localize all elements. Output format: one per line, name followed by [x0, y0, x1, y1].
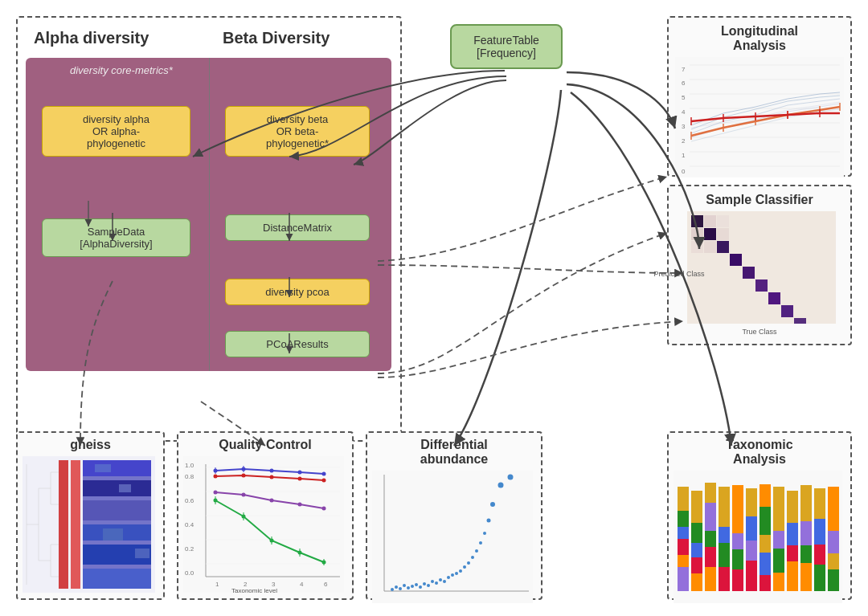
svg-text:0.6: 0.6 — [185, 497, 194, 504]
svg-rect-162 — [705, 483, 716, 503]
longitudinal-chart: 0 1 2 3 4 5 6 7 — [675, 57, 844, 177]
feature-table-text: FeatureTable[Frequency] — [460, 34, 553, 59]
svg-rect-67 — [103, 528, 123, 541]
taxonomic-title: TaxonomicAnalysis — [674, 438, 845, 467]
alpha-green-text: SampleData[AlphaDiversity] — [80, 226, 152, 250]
svg-point-103 — [270, 499, 274, 503]
svg-point-141 — [479, 541, 482, 545]
svg-rect-60 — [83, 480, 151, 496]
svg-point-91 — [270, 469, 274, 473]
svg-rect-163 — [705, 503, 716, 531]
sample-classifier-title: Sample Classifier — [675, 193, 844, 207]
differential-title: Differentialabundance — [372, 438, 536, 467]
svg-rect-156 — [691, 491, 702, 523]
svg-text:0: 0 — [682, 168, 686, 175]
svg-rect-32 — [730, 254, 742, 266]
svg-rect-150 — [678, 511, 689, 527]
svg-point-132 — [443, 580, 446, 583]
svg-point-135 — [455, 572, 458, 575]
svg-rect-59 — [83, 460, 151, 476]
longitudinal-box: LongitudinalAnalysis 0 1 2 3 4 5 6 7 — [667, 16, 852, 177]
svg-text:1.0: 1.0 — [185, 462, 194, 469]
svg-point-143 — [487, 519, 491, 523]
svg-point-100 — [322, 479, 326, 483]
svg-rect-206 — [814, 545, 825, 565]
svg-rect-211 — [828, 553, 839, 569]
sample-classifier-box: Sample Classifier Predicted Class — [667, 185, 852, 345]
svg-rect-35 — [768, 292, 780, 304]
differential-chart — [372, 471, 533, 603]
svg-point-130 — [435, 581, 438, 585]
svg-rect-34 — [755, 279, 768, 292]
svg-point-137 — [463, 565, 466, 569]
svg-point-145 — [498, 483, 504, 488]
feature-table-box: FeatureTable[Frequency] — [450, 24, 563, 69]
svg-text:4: 4 — [682, 108, 686, 116]
svg-rect-37 — [794, 318, 806, 324]
svg-point-140 — [475, 549, 478, 553]
distance-matrix-box: DistanceMatrix — [225, 214, 370, 241]
svg-text:4: 4 — [300, 581, 304, 588]
svg-text:6: 6 — [324, 581, 328, 588]
svg-text:6: 6 — [682, 80, 686, 87]
svg-rect-197 — [787, 561, 798, 591]
svg-rect-185 — [760, 535, 771, 553]
svg-point-128 — [427, 584, 430, 587]
svg-rect-212 — [828, 569, 839, 591]
gneiss-chart — [23, 456, 155, 593]
svg-rect-164 — [705, 531, 716, 547]
svg-rect-64 — [83, 569, 151, 589]
svg-point-104 — [298, 503, 302, 507]
svg-point-121 — [399, 587, 402, 590]
svg-rect-36 — [781, 305, 793, 317]
classifier-matrix-svg — [687, 211, 836, 324]
svg-text:1: 1 — [682, 152, 686, 159]
svg-rect-179 — [746, 516, 757, 541]
svg-point-125 — [415, 583, 418, 586]
svg-rect-174 — [732, 533, 743, 549]
svg-rect-183 — [760, 484, 771, 507]
svg-rect-153 — [678, 555, 689, 567]
svg-rect-169 — [719, 527, 730, 543]
svg-rect-151 — [678, 527, 689, 539]
svg-point-126 — [419, 585, 422, 589]
svg-point-97 — [242, 474, 246, 478]
svg-rect-210 — [828, 531, 839, 553]
core-metrics-text: diversity core-metrics* — [70, 64, 173, 76]
taxonomic-analysis-box: TaxonomicAnalysis — [667, 431, 852, 600]
longitudinal-title: LongitudinalAnalysis — [675, 24, 844, 53]
svg-point-99 — [298, 477, 302, 481]
svg-text:0.0: 0.0 — [185, 569, 194, 577]
svg-rect-195 — [787, 523, 798, 545]
svg-rect-191 — [773, 549, 784, 573]
gneiss-title: gneiss — [23, 438, 158, 452]
svg-point-122 — [403, 584, 406, 587]
quality-control-title: Quality Control — [183, 438, 347, 452]
beta-yellow-box: diversity betaOR beta-phylogenetic* — [225, 106, 370, 157]
svg-point-146 — [508, 475, 514, 480]
svg-rect-178 — [746, 488, 757, 516]
svg-point-101 — [214, 491, 218, 495]
svg-text:0.2: 0.2 — [185, 545, 194, 553]
svg-rect-176 — [732, 569, 743, 591]
diversity-pcoa-box: diversity pcoa — [225, 279, 370, 305]
svg-rect-181 — [746, 561, 757, 591]
svg-rect-201 — [800, 545, 812, 563]
svg-point-139 — [471, 556, 474, 559]
differential-abundance-box: Differentialabundance — [366, 431, 542, 600]
svg-text:0.8: 0.8 — [185, 473, 194, 480]
svg-rect-43 — [717, 228, 729, 240]
svg-point-119 — [391, 588, 394, 591]
svg-text:1: 1 — [215, 581, 219, 588]
svg-rect-186 — [760, 553, 771, 575]
svg-rect-190 — [773, 531, 784, 549]
purple-background: diversity core-metrics* diversity alphaO… — [26, 58, 391, 371]
svg-rect-187 — [760, 575, 771, 591]
svg-rect-61 — [83, 500, 151, 520]
svg-rect-66 — [119, 484, 131, 492]
svg-rect-159 — [691, 557, 702, 573]
svg-point-129 — [431, 580, 434, 583]
svg-rect-41 — [717, 215, 729, 227]
alpha-yellow-box: diversity alphaOR alpha-phylogenetic — [42, 106, 190, 157]
svg-point-144 — [490, 502, 495, 507]
